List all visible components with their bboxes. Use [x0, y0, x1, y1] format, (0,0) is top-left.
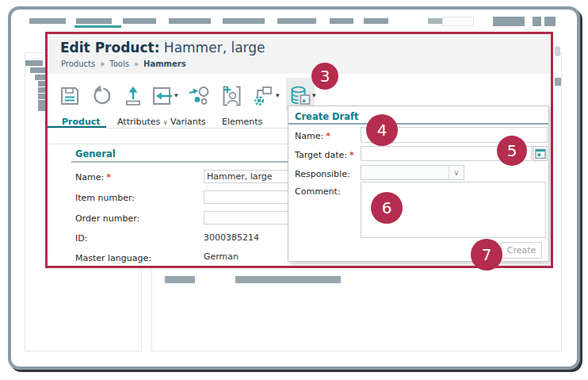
create-button[interactable]: Create: [501, 242, 542, 259]
field-label-id: ID:: [75, 233, 87, 244]
chevron-down-icon[interactable]: ▾: [174, 92, 178, 99]
breadcrumb-separator: »: [100, 59, 105, 68]
popup-label-responsible: Responsible:: [295, 169, 350, 179]
check-in-icon: [150, 84, 174, 108]
annotation-badge-6: 6: [371, 192, 403, 224]
menu-item-placeholder: [123, 18, 156, 24]
screenshot-stage: Edit Product: Hammer, large Products » T…: [0, 0, 588, 380]
menu-item-placeholder: [330, 18, 353, 24]
menu-item-placeholder: [76, 18, 112, 24]
page-title: Edit Product: Hammer, large: [60, 40, 265, 56]
menu-item-placeholder: [29, 18, 66, 24]
share-workflow-icon: [188, 84, 212, 108]
menu-item-placeholder: [169, 18, 211, 24]
tab-elements[interactable]: Elements: [222, 117, 262, 127]
menu-item-placeholder: [223, 18, 265, 24]
field-label-order-number: Order number:: [75, 213, 139, 224]
share-workflow-button[interactable]: [187, 82, 212, 110]
popup-label-target-date: Target date:*: [295, 150, 354, 160]
date-picker-button[interactable]: [533, 146, 548, 161]
popup-title-separator: [288, 123, 548, 125]
search-box-placeholder[interactable]: [442, 17, 474, 26]
undo-button[interactable]: [89, 82, 114, 110]
tree-item-placeholder: [38, 81, 45, 86]
content-placeholder: [235, 276, 341, 283]
add-user-button[interactable]: [219, 82, 244, 110]
chevron-down-icon[interactable]: ▾: [276, 92, 280, 99]
breadcrumb-separator: »: [134, 59, 139, 68]
tab-attributes[interactable]: Attributes ∨: [117, 117, 168, 127]
breadcrumb-item-tools[interactable]: Tools: [109, 59, 129, 68]
section-underline: [71, 161, 290, 163]
breadcrumb-item-hammers: Hammers: [143, 59, 186, 68]
master-language-value: German: [204, 251, 239, 262]
create-draft-database-icon: [288, 84, 312, 108]
menu-item-placeholder: [364, 18, 388, 24]
page-title-object: Hammer, large: [159, 40, 265, 56]
required-asterisk: *: [349, 150, 354, 160]
upload-button[interactable]: [120, 82, 146, 110]
annotation-badge-7: 7: [471, 239, 502, 271]
popup-label-comment: Comment:: [295, 186, 341, 197]
annotation-badge-4: 4: [366, 114, 398, 146]
tree-item-placeholder: [38, 100, 45, 106]
save-icon: [58, 84, 82, 108]
required-asterisk: *: [326, 131, 330, 141]
tree-item-placeholder: [25, 60, 43, 66]
upload-icon: [121, 84, 145, 108]
popup-label-name: Name:*: [295, 131, 330, 141]
id-value: 3000385214: [204, 232, 259, 243]
chevron-down-icon: ∨: [449, 166, 464, 179]
calendar-icon: [535, 148, 546, 159]
content-placeholder: [165, 276, 195, 283]
tree-item-placeholder: [38, 94, 45, 99]
menu-item-placeholder: [533, 17, 541, 26]
scrollbar-thumb[interactable]: [555, 46, 560, 56]
annotation-badge-3: 3: [311, 63, 338, 90]
popup-title: Create Draft: [295, 111, 358, 122]
create-draft-popup: Create Draft Name:* Target date:* Respon…: [288, 106, 549, 262]
page-title-bold: Edit Product:: [60, 40, 159, 56]
required-asterisk: *: [106, 172, 111, 182]
menu-item-placeholder: [428, 18, 442, 24]
menu-item-placeholder: [544, 17, 556, 26]
save-button[interactable]: [57, 82, 82, 110]
tree-item-placeholder: [30, 67, 45, 73]
tab-variants[interactable]: Variants: [170, 117, 206, 127]
responsible-select[interactable]: ∨: [361, 165, 464, 180]
breadcrumb-item-products[interactable]: Products: [61, 59, 95, 68]
workflow-settings-icon: [250, 84, 274, 108]
breadcrumb: Products » Tools » Hammers: [61, 59, 186, 68]
menu-item-placeholder: [493, 17, 525, 26]
section-title-general: General: [75, 148, 116, 159]
field-label-master-language: Master language:: [75, 253, 151, 263]
check-in-button[interactable]: [149, 82, 174, 110]
chevron-down-icon[interactable]: ▾: [312, 92, 316, 99]
tree-item-placeholder: [38, 87, 45, 93]
workflow-settings-button[interactable]: [250, 82, 275, 110]
menu-item-placeholder: [277, 18, 316, 24]
edit-product-dialog: Edit Product: Hammer, large Products » T…: [45, 32, 553, 268]
chevron-down-icon: ∨: [163, 119, 168, 126]
annotation-badge-5: 5: [497, 136, 527, 166]
add-user-icon: [220, 84, 243, 108]
active-menu-underline: [74, 25, 121, 28]
tree-item-placeholder: [35, 75, 45, 80]
scrollbar-thumb[interactable]: [555, 78, 561, 86]
field-label-name: Name:*: [75, 172, 111, 182]
undo-icon: [90, 84, 113, 108]
tree-item-placeholder: [38, 106, 45, 111]
field-label-item-number: Item number:: [75, 193, 135, 203]
